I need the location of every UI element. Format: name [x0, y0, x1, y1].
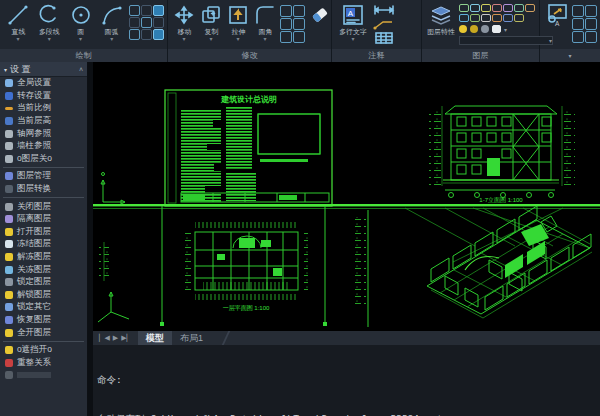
sidebar-item-layer-manager[interactable]: 图层管理 — [0, 170, 87, 183]
layer-tool-button[interactable] — [481, 4, 491, 12]
restore-icon — [5, 316, 13, 324]
sidebar-item-layer-isolate[interactable]: 隔离图层 — [0, 213, 87, 226]
unlock-icon — [5, 291, 13, 299]
layer-tool-button[interactable] — [525, 4, 535, 12]
tool-button[interactable] — [129, 17, 140, 28]
bulb-on-icon — [5, 228, 13, 236]
sidebar-item-global-settings[interactable]: 全局设置 — [0, 77, 87, 90]
tab-nav-first-icon[interactable]: ▏◀ — [99, 334, 110, 342]
sidebar-item-partial[interactable] — [0, 369, 87, 382]
tab-layout1[interactable]: 布局1 — [172, 331, 211, 345]
sidebar-item-rebuild-relations[interactable]: 重整关系 — [0, 356, 87, 369]
tool-button[interactable] — [572, 5, 584, 17]
screen-menu-header[interactable]: ▾ 设 置 ˄ — [0, 62, 87, 77]
tool-button[interactable] — [141, 17, 152, 28]
collapse-icon[interactable]: ˄ — [79, 66, 83, 73]
sidebar-item-lock-others[interactable]: 锁定其它 — [0, 301, 87, 314]
tool-button[interactable] — [293, 5, 305, 17]
chevron-down-icon[interactable]: ▾ — [568, 53, 571, 59]
tool-button[interactable] — [280, 5, 292, 17]
fillet-button[interactable]: 圆角 ▾ — [253, 3, 277, 41]
copy-button[interactable]: 复制 ▾ — [199, 3, 223, 41]
layer-freeze-icon[interactable] — [481, 25, 489, 33]
floor-height-icon — [5, 117, 13, 125]
layer-tool-button[interactable] — [470, 14, 480, 22]
sidebar-item-layer-freeze-other[interactable]: 关冻图层 — [0, 263, 87, 276]
erase-button[interactable] — [308, 3, 332, 27]
sidebar-item-layer-toggle[interactable]: o图层关o — [0, 153, 87, 166]
polyline-icon — [37, 3, 61, 27]
tool-button[interactable] — [141, 29, 152, 40]
panel-label-draw: 绘制 — [0, 49, 167, 62]
layer-select-dropdown[interactable]: ▾ — [459, 36, 553, 45]
tab-model[interactable]: 模型 — [138, 331, 172, 345]
layer-off-bulb-icon[interactable] — [470, 25, 478, 33]
tool-button[interactable] — [585, 31, 597, 43]
layer-tool-button[interactable] — [459, 4, 469, 12]
drawing-canvas[interactable]: 建筑设计总说明 — [93, 62, 600, 331]
tool-button[interactable] — [153, 17, 164, 28]
layer-tool-button[interactable] — [514, 14, 524, 22]
sidebar-item-current-scale[interactable]: 当前比例 — [0, 102, 87, 115]
sidebar-item-layer-convert[interactable]: 图层转换 — [0, 183, 87, 196]
sidebar-item-layer-on[interactable]: 打开图层 — [0, 226, 87, 239]
sidebar-item-current-floor-height[interactable]: 当前层高 — [0, 115, 87, 128]
tool-button[interactable] — [293, 18, 305, 30]
leader-icon[interactable] — [373, 18, 395, 30]
linear-dim-icon[interactable] — [373, 4, 395, 16]
arc-button[interactable]: 圆弧 ▾ — [98, 3, 126, 41]
sidebar-item-layer-off[interactable]: 关闭图层 — [0, 200, 87, 213]
tool-button[interactable] — [280, 18, 292, 30]
sidebar-item-all-layers-on[interactable]: 全开图层 — [0, 326, 87, 339]
sidebar-item-layer-thaw[interactable]: 解冻图层 — [0, 251, 87, 264]
circle-button[interactable]: 圆 ▾ — [67, 3, 95, 41]
layer-tool-button[interactable] — [514, 4, 524, 12]
layer-color-swatch[interactable] — [492, 25, 501, 33]
copy-icon — [199, 3, 223, 27]
tool-button[interactable] — [585, 5, 597, 17]
tab-nav-last-icon[interactable]: ▶▏ — [121, 334, 132, 342]
tool-button[interactable] — [153, 29, 164, 40]
layer-on-bulb-icon[interactable] — [459, 25, 467, 33]
fillet-icon — [253, 3, 277, 27]
chevron-down-icon[interactable]: ▾ — [504, 26, 507, 33]
layer-tool-button[interactable] — [503, 14, 513, 22]
sidebar-item-save-settings[interactable]: 转存设置 — [0, 90, 87, 103]
sidebar-item-layer-unlock[interactable]: 解锁图层 — [0, 289, 87, 302]
command-area: ▏◀ ▶ ▶▏ 模型 布局1 命令: 自动保存到 C:\Users\f\AppD… — [93, 331, 600, 416]
sidebar-item-wall-column-reference[interactable]: 墙柱参照 — [0, 140, 87, 153]
table-icon[interactable] — [373, 32, 395, 44]
stretch-button[interactable]: 拉伸 ▾ — [226, 3, 250, 41]
line-button[interactable]: 直线 ▾ — [4, 3, 32, 41]
tab-bar-edge — [212, 331, 231, 345]
tool-button[interactable] — [129, 29, 140, 40]
tool-button[interactable] — [585, 18, 597, 30]
layer-tool-button[interactable] — [459, 14, 469, 22]
modify-extra-tools — [280, 5, 305, 43]
layer-properties-button[interactable]: 图层特性 — [426, 3, 456, 37]
layer-tool-button[interactable] — [481, 14, 491, 22]
sidebar-item-occlusion-toggle[interactable]: o遮挡开o — [0, 344, 87, 357]
tool-button[interactable] — [280, 31, 292, 43]
layer-tool-button[interactable] — [492, 14, 502, 22]
tab-nav-next-icon[interactable]: ▶ — [113, 334, 118, 342]
sidebar-item-layer-freeze[interactable]: 冻结图层 — [0, 238, 87, 251]
sidebar-item-layer-restore[interactable]: 恢复图层 — [0, 314, 87, 327]
tool-button[interactable] — [141, 5, 152, 16]
tool-button[interactable] — [572, 18, 584, 30]
insert-extra-tools — [572, 5, 597, 43]
insert-block-button[interactable]: A — [544, 3, 569, 27]
tool-button[interactable] — [572, 31, 584, 43]
tool-button[interactable] — [153, 5, 164, 16]
tool-button[interactable] — [293, 31, 305, 43]
layer-tool-button[interactable] — [470, 4, 480, 12]
move-button[interactable]: 移动 ▾ — [172, 3, 196, 41]
mtext-button[interactable]: A 多行文字 ▾ — [336, 3, 370, 41]
ribbon-panel-layers: 图层特性 — [422, 0, 540, 62]
sidebar-item-grid-reference[interactable]: 轴网参照 — [0, 127, 87, 140]
polyline-button[interactable]: 多段线 ▾ — [35, 3, 63, 41]
sidebar-item-layer-lock[interactable]: 锁定图层 — [0, 276, 87, 289]
layer-tool-button[interactable] — [492, 4, 502, 12]
tool-button[interactable] — [129, 5, 140, 16]
layer-tool-button[interactable] — [503, 4, 513, 12]
